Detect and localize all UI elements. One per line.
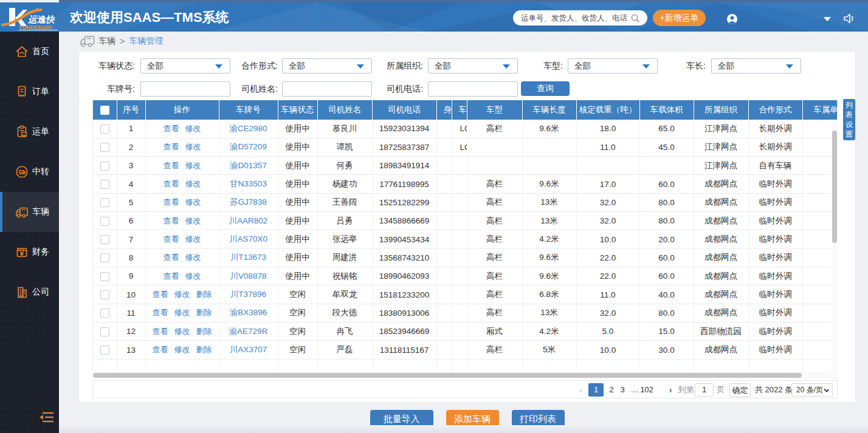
- row-checkbox[interactable]: [100, 290, 109, 299]
- page-number-1[interactable]: 1: [588, 383, 604, 397]
- op-link[interactable]: 查看: [153, 327, 168, 336]
- row-checkbox[interactable]: [100, 124, 109, 134]
- logo[interactable]: 运逸快 YUNDEKUAI: [1, 4, 62, 30]
- op-link[interactable]: 删除: [196, 345, 212, 354]
- breadcrumb-current[interactable]: 车辆管理: [129, 36, 163, 47]
- search-input[interactable]: [513, 10, 647, 26]
- prev-page-button[interactable]: ‹: [577, 383, 585, 397]
- row-checkbox[interactable]: [100, 346, 109, 355]
- op-link[interactable]: 修改: [185, 179, 201, 188]
- filter-select-3[interactable]: 全部: [568, 58, 658, 73]
- row-checkbox[interactable]: [100, 143, 109, 152]
- row-checkbox[interactable]: [100, 162, 109, 171]
- search-icon[interactable]: [631, 14, 639, 22]
- plate-link[interactable]: 渝AE729R: [229, 327, 268, 336]
- plate-link[interactable]: 川AAR802: [229, 216, 268, 225]
- op-link[interactable]: 修改: [185, 142, 201, 151]
- sidebar-item-vehicle[interactable]: 车辆: [0, 192, 59, 232]
- sidebar-item-transfer[interactable]: 中转: [0, 152, 59, 192]
- op-link[interactable]: 查看: [164, 234, 179, 244]
- op-link[interactable]: 查看: [164, 179, 179, 188]
- sidebar-item-order[interactable]: 订单: [0, 72, 59, 112]
- op-link[interactable]: 查看: [164, 161, 179, 170]
- op-link[interactable]: 修改: [185, 216, 201, 225]
- list-settings-tab[interactable]: 列表设置: [843, 99, 855, 140]
- vertical-scrollbar[interactable]: [832, 120, 838, 372]
- op-link[interactable]: 查看: [153, 290, 168, 299]
- column-header[interactable]: 车牌号: [219, 100, 278, 120]
- filter-select-2[interactable]: 全部: [428, 58, 518, 73]
- plate-link[interactable]: 川V08878: [230, 271, 266, 281]
- column-header[interactable]: 车型: [467, 100, 522, 120]
- op-link[interactable]: 查看: [164, 216, 179, 225]
- filter-select-1[interactable]: 全部: [282, 58, 372, 73]
- horizontal-scrollbar-thumb[interactable]: [93, 373, 802, 378]
- column-header[interactable]: 车辆长度: [522, 100, 576, 120]
- column-header[interactable]: 车辆编号: [452, 100, 467, 120]
- column-header[interactable]: 核定载重（吨）: [576, 100, 639, 120]
- plate-link[interactable]: 渝D01357: [230, 161, 267, 170]
- filter-select-4[interactable]: 全部: [711, 58, 801, 73]
- new-waybill-button[interactable]: +新增运单: [653, 10, 706, 26]
- op-link[interactable]: 查看: [164, 271, 179, 281]
- sidebar-item-waybill[interactable]: 运单: [0, 112, 59, 152]
- op-link[interactable]: 修改: [174, 308, 190, 317]
- column-header[interactable]: 身份证号: [436, 100, 452, 120]
- sidebar-item-company[interactable]: 公司: [0, 272, 59, 312]
- op-link[interactable]: 删除: [196, 290, 212, 299]
- op-link[interactable]: 查看: [164, 197, 179, 206]
- filter-input-1[interactable]: [282, 81, 372, 97]
- row-checkbox[interactable]: [100, 272, 109, 281]
- op-link[interactable]: 修改: [185, 124, 201, 133]
- op-link[interactable]: 修改: [185, 253, 201, 262]
- column-header[interactable]: 所属组织: [694, 100, 748, 120]
- select-all-checkbox[interactable]: [100, 106, 109, 115]
- filter-input-2[interactable]: [428, 81, 518, 97]
- op-link[interactable]: 修改: [185, 271, 201, 281]
- sidebar-item-home[interactable]: 首页: [0, 32, 59, 72]
- chevron-down-icon[interactable]: [824, 17, 831, 21]
- collapse-sidebar-icon[interactable]: [39, 411, 55, 424]
- op-link[interactable]: 查看: [153, 308, 168, 317]
- horizontal-scrollbar[interactable]: [92, 372, 838, 379]
- column-header[interactable]: 车载体积: [639, 100, 694, 120]
- column-header[interactable]: 序号: [117, 100, 145, 120]
- column-header[interactable]: 操作: [145, 100, 219, 120]
- plate-link[interactable]: 川T37896: [230, 290, 266, 299]
- row-checkbox[interactable]: [100, 217, 109, 226]
- plate-link[interactable]: 渝BX3896: [230, 308, 267, 317]
- plate-link[interactable]: 渝D57209: [230, 142, 267, 151]
- next-page-button[interactable]: ›: [665, 383, 676, 397]
- row-checkbox[interactable]: [100, 253, 109, 262]
- plate-link[interactable]: 川AX3707: [230, 345, 267, 354]
- op-link[interactable]: 删除: [196, 327, 212, 336]
- op-link[interactable]: 删除: [196, 308, 212, 317]
- breadcrumb-root[interactable]: 车辆: [98, 36, 115, 47]
- op-link[interactable]: 修改: [185, 161, 201, 170]
- plate-link[interactable]: 川T13673: [230, 253, 266, 262]
- goto-page-input[interactable]: [695, 383, 714, 397]
- plate-link[interactable]: 川AS70X0: [229, 234, 267, 244]
- op-link[interactable]: 查看: [164, 253, 179, 262]
- row-checkbox[interactable]: [100, 327, 109, 336]
- op-link[interactable]: 修改: [185, 197, 201, 206]
- page-number-3[interactable]: 3: [616, 383, 629, 397]
- user-icon[interactable]: [727, 14, 737, 24]
- op-link[interactable]: 修改: [174, 290, 190, 299]
- column-header[interactable]: 车属单位: [802, 100, 838, 120]
- op-link[interactable]: 查看: [153, 345, 168, 354]
- page-size-select[interactable]: 20 条/页: [791, 383, 833, 397]
- speaker-icon[interactable]: [844, 13, 856, 24]
- row-checkbox[interactable]: [100, 198, 109, 207]
- filter-select-0[interactable]: 全部: [140, 58, 230, 73]
- row-checkbox[interactable]: [100, 235, 109, 244]
- confirm-page-button[interactable]: 确定: [729, 383, 751, 397]
- column-header[interactable]: 司机电话: [372, 100, 436, 120]
- op-link[interactable]: 修改: [174, 327, 190, 336]
- row-checkbox[interactable]: [100, 180, 109, 189]
- page-number-102[interactable]: 102: [638, 383, 655, 397]
- query-button[interactable]: 查询: [521, 81, 570, 96]
- plate-link[interactable]: 渝CE2980: [229, 124, 267, 133]
- plate-link[interactable]: 苏GJ7838: [230, 197, 267, 206]
- sidebar-item-finance[interactable]: 财务: [0, 232, 59, 272]
